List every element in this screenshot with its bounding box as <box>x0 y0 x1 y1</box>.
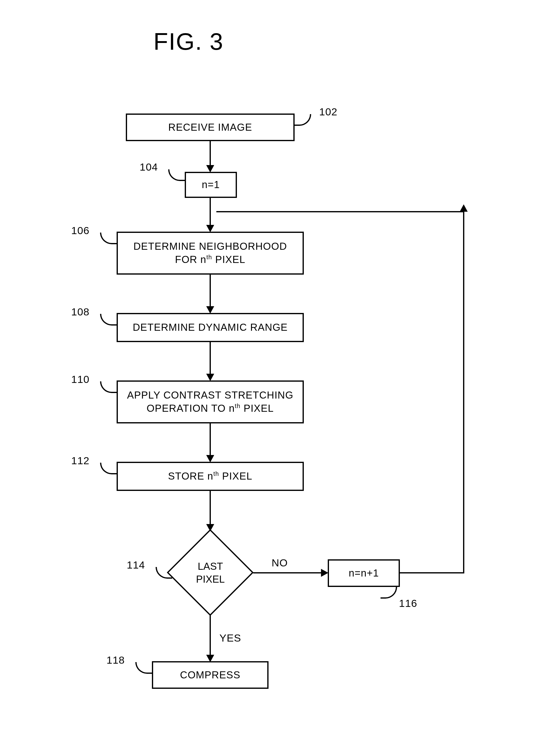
ref-hook <box>295 114 311 126</box>
arrowhead-down-icon <box>206 374 214 381</box>
arrowhead-up-icon <box>460 204 468 212</box>
decision-last-pixel: LAST PIXEL <box>167 529 254 616</box>
arrowhead-down-icon <box>206 225 214 232</box>
connector <box>210 342 211 374</box>
ref-hook <box>100 233 117 244</box>
figure-title: FIG. 3 <box>153 28 224 56</box>
ref-116: 116 <box>399 597 417 609</box>
connector <box>216 211 464 212</box>
ref-110: 110 <box>71 373 90 385</box>
arrowhead-down-icon <box>206 455 214 462</box>
ref-104: 104 <box>140 161 158 173</box>
connector <box>210 491 211 525</box>
step-text: n=n+1 <box>349 567 379 580</box>
step-init-n: n=1 <box>185 172 237 198</box>
step-line1: APPLY CONTRAST STRETCHING <box>127 389 293 402</box>
ref-114: 114 <box>127 559 145 571</box>
step-text: DETERMINE DYNAMIC RANGE <box>133 321 288 334</box>
ref-hook <box>135 662 152 674</box>
connector <box>210 423 211 456</box>
connector <box>463 211 464 573</box>
connector <box>253 572 322 573</box>
step-line2: OPERATION TO nth PIXEL <box>147 402 274 415</box>
ref-102: 102 <box>319 106 338 118</box>
ref-hook <box>100 463 117 474</box>
ref-112: 112 <box>71 455 90 467</box>
step-apply-contrast-stretching: APPLY CONTRAST STRETCHING OPERATION TO n… <box>117 380 304 423</box>
ref-118: 118 <box>106 654 125 666</box>
ref-hook <box>381 587 397 599</box>
decision-text: LAST PIXEL <box>167 529 254 616</box>
flowchart-canvas: FIG. 3 RECEIVE IMAGE 102 n=1 104 DETERMI… <box>0 0 549 756</box>
arrowhead-down-icon <box>206 165 214 172</box>
step-compress: COMPRESS <box>152 661 269 689</box>
arrowhead-right-icon <box>321 569 328 577</box>
connector <box>400 572 464 573</box>
ref-hook <box>100 381 117 393</box>
step-line1: STORE nth PIXEL <box>168 470 253 483</box>
step-text: RECEIVE IMAGE <box>168 121 252 134</box>
step-increment-n: n=n+1 <box>328 559 400 587</box>
label-yes: YES <box>219 632 241 644</box>
step-text: COMPRESS <box>180 669 241 682</box>
ref-hook <box>100 314 117 326</box>
connector <box>210 141 211 166</box>
connector <box>210 615 211 655</box>
step-determine-dynamic-range: DETERMINE DYNAMIC RANGE <box>117 313 304 342</box>
connector <box>210 275 211 307</box>
step-line1: DETERMINE NEIGHBORHOOD <box>133 240 287 253</box>
step-determine-neighborhood: DETERMINE NEIGHBORHOOD FOR nth PIXEL <box>117 232 304 275</box>
step-text: n=1 <box>202 178 220 191</box>
step-line2: FOR nth PIXEL <box>175 253 245 266</box>
ref-108: 108 <box>71 306 90 318</box>
ref-hook <box>168 169 185 181</box>
ref-106: 106 <box>71 225 90 237</box>
step-receive-image: RECEIVE IMAGE <box>126 114 295 141</box>
ref-hook <box>156 567 172 579</box>
label-no: NO <box>272 557 288 569</box>
arrowhead-down-icon <box>206 306 214 314</box>
step-store-pixel: STORE nth PIXEL <box>117 462 304 491</box>
connector <box>210 198 211 226</box>
